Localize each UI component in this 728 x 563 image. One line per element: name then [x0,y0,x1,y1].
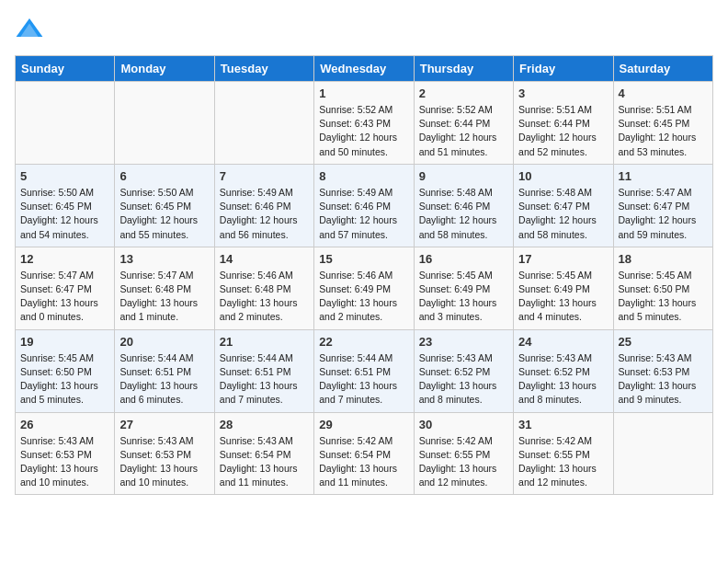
week-row: 26Sunrise: 5:43 AM Sunset: 6:53 PM Dayli… [16,412,713,495]
calendar-cell: 3Sunrise: 5:51 AM Sunset: 6:44 PM Daylig… [514,82,613,165]
calendar-cell: 6Sunrise: 5:50 AM Sunset: 6:45 PM Daylig… [115,164,214,247]
day-number: 27 [119,418,209,431]
day-number: 2 [419,86,508,100]
calendar-cell: 28Sunrise: 5:43 AM Sunset: 6:54 PM Dayli… [214,412,313,495]
day-info: Sunrise: 5:43 AM Sunset: 6:53 PM Dayligh… [20,434,109,490]
day-info: Sunrise: 5:43 AM Sunset: 6:53 PM Dayligh… [619,351,708,408]
day-number: 26 [20,418,109,431]
day-info: Sunrise: 5:51 AM Sunset: 6:45 PM Dayligh… [619,103,708,159]
calendar-cell: 2Sunrise: 5:52 AM Sunset: 6:44 PM Daylig… [414,82,513,165]
calendar-cell: 18Sunrise: 5:45 AM Sunset: 6:50 PM Dayli… [613,247,712,329]
day-info: Sunrise: 5:42 AM Sunset: 6:54 PM Dayligh… [319,434,408,490]
week-row: 12Sunrise: 5:47 AM Sunset: 6:47 PM Dayli… [16,247,713,329]
day-number: 11 [619,169,708,183]
day-number: 9 [419,169,508,183]
day-number: 25 [619,335,708,349]
calendar-cell: 20Sunrise: 5:44 AM Sunset: 6:51 PM Dayli… [115,329,214,412]
day-number: 15 [319,252,408,266]
day-number: 5 [20,169,109,183]
day-number: 17 [518,252,608,266]
calendar-cell: 13Sunrise: 5:47 AM Sunset: 6:48 PM Dayli… [115,247,214,329]
day-info: Sunrise: 5:50 AM Sunset: 6:45 PM Dayligh… [119,186,209,242]
header-cell-tuesday: Tuesday [214,56,313,82]
day-info: Sunrise: 5:43 AM Sunset: 6:52 PM Dayligh… [419,351,508,408]
day-number: 3 [518,86,608,100]
calendar-cell: 21Sunrise: 5:44 AM Sunset: 6:51 PM Dayli… [214,329,313,412]
day-number: 12 [20,252,109,266]
calendar-cell: 25Sunrise: 5:43 AM Sunset: 6:53 PM Dayli… [613,329,712,412]
day-number: 22 [319,335,408,349]
day-info: Sunrise: 5:42 AM Sunset: 6:55 PM Dayligh… [419,434,508,490]
calendar-cell: 19Sunrise: 5:45 AM Sunset: 6:50 PM Dayli… [16,329,115,412]
calendar-cell: 11Sunrise: 5:47 AM Sunset: 6:47 PM Dayli… [613,164,712,247]
calendar-cell: 24Sunrise: 5:43 AM Sunset: 6:52 PM Dayli… [514,329,613,412]
day-info: Sunrise: 5:44 AM Sunset: 6:51 PM Dayligh… [220,351,309,408]
header-cell-saturday: Saturday [613,56,712,82]
day-number: 4 [619,86,708,100]
day-number: 30 [419,418,508,431]
calendar-cell: 23Sunrise: 5:43 AM Sunset: 6:52 PM Dayli… [414,329,513,412]
calendar-cell: 31Sunrise: 5:42 AM Sunset: 6:55 PM Dayli… [514,412,613,495]
day-info: Sunrise: 5:45 AM Sunset: 6:49 PM Dayligh… [419,269,508,325]
page-header [15,15,713,44]
week-row: 1Sunrise: 5:52 AM Sunset: 6:43 PM Daylig… [16,82,713,165]
day-number: 16 [419,252,508,266]
day-info: Sunrise: 5:48 AM Sunset: 6:47 PM Dayligh… [518,186,608,242]
calendar-cell: 4Sunrise: 5:51 AM Sunset: 6:45 PM Daylig… [613,82,712,165]
day-info: Sunrise: 5:45 AM Sunset: 6:50 PM Dayligh… [619,269,708,325]
day-info: Sunrise: 5:42 AM Sunset: 6:55 PM Dayligh… [518,434,608,490]
calendar-cell: 26Sunrise: 5:43 AM Sunset: 6:53 PM Dayli… [16,412,115,495]
day-info: Sunrise: 5:51 AM Sunset: 6:44 PM Dayligh… [518,103,608,159]
calendar-cell: 14Sunrise: 5:46 AM Sunset: 6:48 PM Dayli… [214,247,313,329]
header-cell-sunday: Sunday [16,56,115,82]
day-number: 20 [119,335,209,349]
day-info: Sunrise: 5:44 AM Sunset: 6:51 PM Dayligh… [119,351,209,408]
logo [15,15,48,44]
day-info: Sunrise: 5:47 AM Sunset: 6:47 PM Dayligh… [619,186,708,242]
day-info: Sunrise: 5:46 AM Sunset: 6:48 PM Dayligh… [220,269,309,325]
day-number: 14 [220,252,309,266]
calendar-cell [214,82,313,165]
calendar-cell: 10Sunrise: 5:48 AM Sunset: 6:47 PM Dayli… [514,164,613,247]
day-number: 18 [619,252,708,266]
day-info: Sunrise: 5:48 AM Sunset: 6:46 PM Dayligh… [419,186,508,242]
calendar-cell: 27Sunrise: 5:43 AM Sunset: 6:53 PM Dayli… [115,412,214,495]
day-number: 13 [119,252,209,266]
day-info: Sunrise: 5:52 AM Sunset: 6:43 PM Dayligh… [319,103,408,159]
day-info: Sunrise: 5:49 AM Sunset: 6:46 PM Dayligh… [220,186,309,242]
header-cell-wednesday: Wednesday [314,56,414,82]
week-row: 19Sunrise: 5:45 AM Sunset: 6:50 PM Dayli… [16,329,713,412]
day-info: Sunrise: 5:49 AM Sunset: 6:46 PM Dayligh… [319,186,408,242]
calendar-cell: 15Sunrise: 5:46 AM Sunset: 6:49 PM Dayli… [314,247,414,329]
day-number: 1 [319,86,408,100]
day-info: Sunrise: 5:47 AM Sunset: 6:47 PM Dayligh… [20,269,109,325]
calendar-cell: 7Sunrise: 5:49 AM Sunset: 6:46 PM Daylig… [214,164,313,247]
day-info: Sunrise: 5:47 AM Sunset: 6:48 PM Dayligh… [119,269,209,325]
day-number: 19 [20,335,109,349]
calendar-cell: 8Sunrise: 5:49 AM Sunset: 6:46 PM Daylig… [314,164,414,247]
day-info: Sunrise: 5:46 AM Sunset: 6:49 PM Dayligh… [319,269,408,325]
calendar-cell [115,82,214,165]
calendar-cell: 16Sunrise: 5:45 AM Sunset: 6:49 PM Dayli… [414,247,513,329]
calendar-cell: 9Sunrise: 5:48 AM Sunset: 6:46 PM Daylig… [414,164,513,247]
week-row: 5Sunrise: 5:50 AM Sunset: 6:45 PM Daylig… [16,164,713,247]
header-row: SundayMondayTuesdayWednesdayThursdayFrid… [16,56,713,82]
day-info: Sunrise: 5:52 AM Sunset: 6:44 PM Dayligh… [419,103,508,159]
header-cell-thursday: Thursday [414,56,513,82]
day-info: Sunrise: 5:45 AM Sunset: 6:50 PM Dayligh… [20,351,109,408]
day-number: 28 [220,418,309,431]
day-info: Sunrise: 5:43 AM Sunset: 6:54 PM Dayligh… [220,434,309,490]
calendar-cell: 12Sunrise: 5:47 AM Sunset: 6:47 PM Dayli… [16,247,115,329]
header-cell-friday: Friday [514,56,613,82]
calendar-cell: 1Sunrise: 5:52 AM Sunset: 6:43 PM Daylig… [314,82,414,165]
calendar-cell [16,82,115,165]
day-info: Sunrise: 5:43 AM Sunset: 6:52 PM Dayligh… [518,351,608,408]
logo-icon [15,15,44,44]
day-number: 10 [518,169,608,183]
day-number: 29 [319,418,408,431]
day-info: Sunrise: 5:44 AM Sunset: 6:51 PM Dayligh… [319,351,408,408]
day-number: 7 [220,169,309,183]
calendar-cell: 5Sunrise: 5:50 AM Sunset: 6:45 PM Daylig… [16,164,115,247]
day-number: 23 [419,335,508,349]
header-cell-monday: Monday [115,56,214,82]
